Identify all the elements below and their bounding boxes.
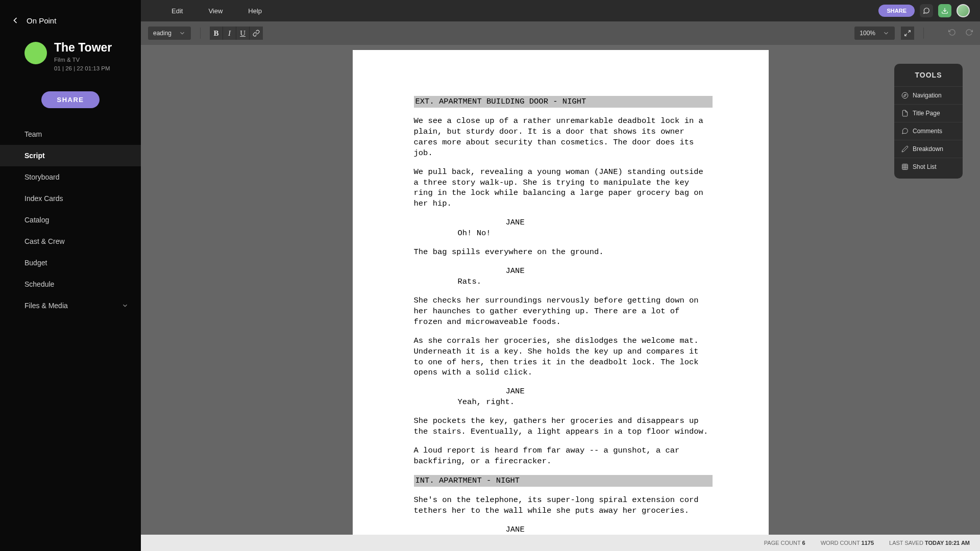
sidebar: On Point The Tower Film & TV 01 | 26 | 2… [0,0,141,551]
avatar[interactable] [957,4,970,17]
tool-breakdown[interactable]: Breakdown [894,140,963,158]
zoom-control: 100% [854,27,914,40]
menu-view[interactable]: View [208,7,223,15]
status-value: 1175 [862,540,874,546]
menu-edit[interactable]: Edit [172,7,183,15]
nav-label: Catalog [24,216,49,224]
tool-title-page[interactable]: Title Page [894,104,963,122]
status-label: PAGE COUNT [764,540,801,546]
nav-label: Index Cards [24,194,63,203]
action-paragraph[interactable]: As she corrals her groceries, she dislod… [414,336,713,379]
sidebar-item-storyboard[interactable]: Storyboard [0,166,141,188]
project-datestamp: 01 | 26 | 22 01:13 PM [54,64,112,73]
action-paragraph[interactable]: She pockets the key, gathers her groceri… [414,416,713,437]
character-cue[interactable]: JANE [506,217,723,228]
character-cue[interactable]: JANE [506,524,723,535]
chevron-down-icon [883,30,890,37]
character-cue[interactable]: JANE [506,266,723,277]
status-value: TODAY 10:21 AM [925,540,970,546]
tools-panel: TOOLS Navigation Title Page Comments Bre… [894,64,963,179]
tool-comments[interactable]: Comments [894,122,963,140]
action-paragraph[interactable]: The bag spills everywhere on the ground. [414,247,713,258]
dialogue[interactable]: Yeah, right. [458,397,642,408]
status-label: LAST SAVED [889,540,923,546]
action-paragraph[interactable]: We see a close up of a rather unremarkab… [414,116,713,159]
divider [200,28,201,39]
back-icon[interactable] [10,15,20,26]
svg-point-3 [902,92,908,98]
sidebar-item-budget[interactable]: Budget [0,252,141,273]
page-icon [901,110,909,117]
statusbar: PAGE COUNT 6 WORD COUNT 1175 LAST SAVED … [141,535,980,551]
nav-label: Schedule [24,280,54,288]
share-button[interactable]: SHARE [878,5,915,17]
app-name: On Point [27,16,56,25]
zoom-selector[interactable]: 100% [854,27,895,40]
action-paragraph[interactable]: A loud report is heard from far away -- … [414,445,713,467]
tool-label: Navigation [913,92,942,99]
script-page[interactable]: EXT. APARTMENT BUILDING DOOR - NIGHT We … [353,50,769,535]
word-count: WORD COUNT 1175 [821,540,874,546]
nav-label: Files & Media [24,302,68,310]
sidebar-header: On Point [0,0,141,36]
chevron-down-icon [121,302,129,309]
action-paragraph[interactable]: We pull back, revealing a young woman (J… [414,167,713,210]
action-paragraph[interactable]: She's on the telephone, its super-long s… [414,495,713,516]
toolbar: eading B I U 100% [141,21,980,45]
sidebar-item-files-media[interactable]: Files & Media [0,295,141,316]
project-title: The Tower [54,41,112,55]
status-value: 6 [802,540,805,546]
sidebar-item-catalog[interactable]: Catalog [0,209,141,231]
menubar: Edit View Help SHARE [141,0,980,21]
svg-line-2 [905,34,907,36]
sidebar-item-cast-crew[interactable]: Cast & Crew [0,231,141,252]
pencil-icon [901,145,909,153]
svg-line-1 [908,31,910,33]
dialogue[interactable]: Oh! No! [458,228,642,239]
project-color-dot [24,42,47,64]
action-paragraph[interactable]: She checks her surroundings nervously be… [414,295,713,328]
download-button[interactable] [938,4,951,17]
tool-shot-list[interactable]: Shot List [894,158,963,176]
divider [923,28,924,39]
nav-label: Team [24,130,42,138]
comment-button[interactable] [920,4,933,17]
svg-rect-5 [902,164,908,170]
tool-label: Shot List [913,163,937,170]
sidebar-item-index-cards[interactable]: Index Cards [0,188,141,209]
tools-title: TOOLS [894,71,963,79]
history-buttons [948,29,973,38]
tool-label: Breakdown [913,145,943,153]
sidebar-item-schedule[interactable]: Schedule [0,273,141,295]
comment-icon [901,128,909,135]
project-text: The Tower Film & TV 01 | 26 | 22 01:13 P… [54,41,112,73]
zoom-value: 100% [860,30,875,37]
menu-items: Edit View Help [172,7,262,15]
nav-label: Script [24,152,45,160]
scene-heading[interactable]: INT. APARTMENT - NIGHT [414,475,713,487]
canvas[interactable]: EXT. APARTMENT BUILDING DOOR - NIGHT We … [141,45,980,535]
undo-button[interactable] [948,29,956,38]
nav-label: Budget [24,259,47,267]
redo-button[interactable] [965,29,973,38]
fullscreen-button[interactable] [901,27,914,40]
dialogue[interactable]: Rats. [458,277,642,287]
bold-button[interactable]: B [210,27,223,40]
nav-label: Cast & Crew [24,237,65,245]
link-button[interactable] [250,27,263,40]
format-selector[interactable]: eading [148,27,191,40]
page-count: PAGE COUNT 6 [764,540,805,546]
underline-button[interactable]: U [236,27,250,40]
character-cue[interactable]: JANE [506,386,723,397]
menu-help[interactable]: Help [248,7,262,15]
sidebar-item-team[interactable]: Team [0,123,141,145]
scene-heading[interactable]: EXT. APARTMENT BUILDING DOOR - NIGHT [414,96,713,108]
italic-button[interactable]: I [223,27,236,40]
nav-label: Storyboard [24,173,59,181]
chevron-down-icon [179,30,186,37]
last-saved: LAST SAVED TODAY 10:21 AM [889,540,970,546]
sidebar-item-script[interactable]: Script [0,145,141,166]
tool-navigation[interactable]: Navigation [894,86,963,104]
menubar-right: SHARE [878,4,970,17]
sidebar-share-button[interactable]: SHARE [41,91,99,108]
